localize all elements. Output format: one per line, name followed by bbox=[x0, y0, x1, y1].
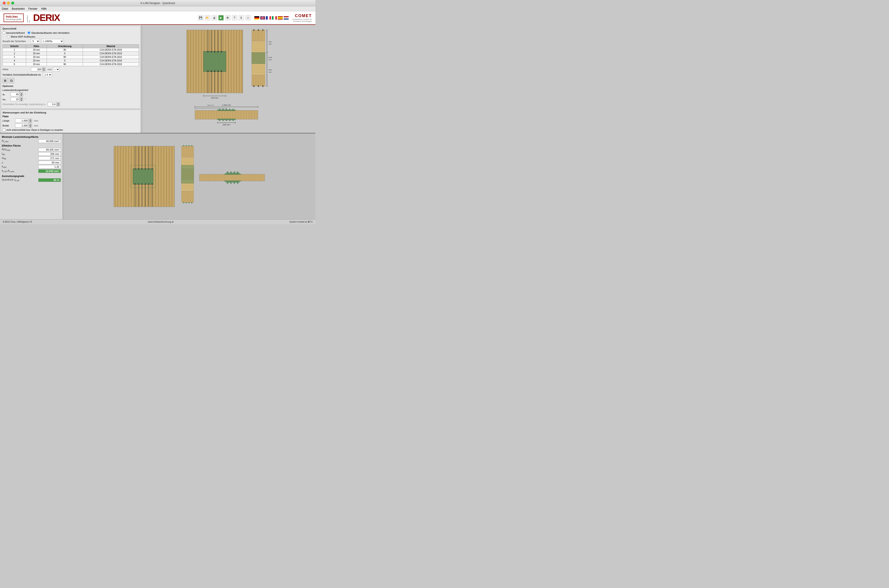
hoehenfaktor-btns[interactable]: ▲ ▼ bbox=[57, 102, 60, 106]
svg-rect-44 bbox=[203, 51, 226, 72]
info-icon[interactable]: ℹ bbox=[239, 15, 244, 21]
flag-es[interactable] bbox=[278, 16, 283, 20]
hf-down[interactable]: ▼ bbox=[57, 104, 60, 106]
flag-icons[interactable] bbox=[254, 16, 289, 20]
alpha0-down[interactable]: ▼ bbox=[20, 94, 23, 96]
maximize-button[interactable] bbox=[11, 2, 14, 4]
flag-gb[interactable] bbox=[260, 16, 265, 20]
kc90-ac-value: 52.659 mm² bbox=[38, 169, 61, 173]
anzahl-label: Anzahl der Schichten bbox=[3, 40, 30, 42]
breite-btns[interactable]: ▲ ▼ bbox=[29, 124, 32, 128]
alpha0-input[interactable] bbox=[11, 92, 20, 96]
profile-select[interactable]: L-100/5s bbox=[41, 39, 64, 44]
grid-btn-1[interactable]: ⊞ bbox=[3, 78, 8, 83]
holzbau-text: holz.bau bbox=[6, 15, 21, 18]
save-icon[interactable]: 💾 bbox=[198, 15, 203, 21]
flag-nl[interactable] bbox=[284, 16, 289, 20]
z-label: z bbox=[2, 161, 3, 164]
laenge-btns[interactable]: ▲ ▼ bbox=[29, 118, 32, 123]
comet-sub-text: Competence Centers forExcellent Technolo… bbox=[292, 18, 312, 22]
laenge-spinner[interactable]: ▲ ▼ bbox=[15, 118, 32, 123]
status-center: www.holzbauforschung.at bbox=[148, 220, 173, 223]
alpha90-up[interactable]: ▲ bbox=[20, 97, 23, 99]
menu-datei[interactable]: Datei bbox=[2, 7, 8, 10]
grid-buttons[interactable]: ⊞ ⊟ bbox=[3, 78, 139, 83]
settings-icon[interactable]: ⚙ bbox=[225, 15, 230, 21]
svg-marker-161 bbox=[222, 120, 224, 121]
hoehenfaktor-spinner[interactable]: ▲ ▼ bbox=[48, 102, 60, 106]
toolbar-icons[interactable]: 💾 📂 🖨 ▶ ⚙ ? ℹ □ bbox=[198, 15, 251, 21]
alpha90-down[interactable]: ▼ bbox=[20, 99, 23, 101]
az-max-row: A(z)max 69.325 mm² bbox=[2, 148, 61, 152]
hoehe-unit-select[interactable]: mm bbox=[53, 67, 60, 72]
alpha90-spinner[interactable]: ▲ ▼ bbox=[11, 97, 23, 101]
lastausbreitung-row: Lastausbreitungswinkel bbox=[3, 89, 139, 92]
close-button[interactable] bbox=[3, 2, 6, 4]
idis-label: ldis bbox=[2, 152, 5, 156]
wdis-label: wdis bbox=[2, 156, 6, 160]
alpha90-spinner-btns[interactable]: ▲ ▼ bbox=[20, 97, 23, 101]
menu-hilfe[interactable]: Hilfe bbox=[41, 7, 47, 10]
menu-fenster[interactable]: Fenster bbox=[29, 7, 38, 10]
radio-meine[interactable]: Meine BSP-Aufbauten bbox=[7, 35, 35, 38]
hf-up[interactable]: ▲ bbox=[57, 102, 60, 104]
kc90-row: kc90 1,32 bbox=[2, 165, 61, 169]
cross-section-svg: 200 mm 1.000 mm 500 mm bbox=[193, 104, 265, 126]
bottom-front-svg bbox=[113, 145, 176, 208]
open-icon[interactable]: 📂 bbox=[205, 15, 210, 21]
abmessungen-title: Abmessungen und Art der Einleitung bbox=[3, 111, 139, 114]
querdruck-row: Querdruck ηc,90 95 % bbox=[2, 178, 61, 182]
svg-marker-164 bbox=[232, 120, 234, 121]
svg-rect-203 bbox=[133, 169, 153, 184]
alpha0-spinner-btns[interactable]: ▲ ▼ bbox=[20, 92, 23, 96]
flag-fr[interactable] bbox=[266, 16, 271, 20]
svg-rect-18 bbox=[284, 18, 289, 20]
svg-rect-17 bbox=[284, 17, 289, 18]
alpha90-row: α₉₀ ▲ ▼ ° bbox=[3, 97, 139, 101]
anzahl-select[interactable]: 5 3 7 bbox=[31, 39, 40, 44]
bottom-viz-container bbox=[113, 145, 198, 208]
radio-standard[interactable]: Standardaufbauten des Herstellers bbox=[27, 31, 70, 34]
alpha90-unit: ° bbox=[25, 98, 26, 100]
help-icon[interactable]: ? bbox=[232, 15, 237, 21]
verhaeltnis-select[interactable]: 1:4 bbox=[43, 72, 52, 77]
flag-it[interactable] bbox=[272, 16, 277, 20]
svg-marker-156 bbox=[222, 108, 224, 110]
alpha0-up[interactable]: ▲ bbox=[20, 92, 23, 94]
alpha0-spinner[interactable]: ▲ ▼ bbox=[11, 92, 23, 96]
radio-benutzerdefiniert[interactable]: benutzerdefiniert bbox=[3, 31, 25, 34]
checkbox1[interactable] bbox=[3, 129, 5, 132]
logo-right: 💾 📂 🖨 ▶ ⚙ ? ℹ □ bbox=[198, 14, 312, 22]
extra-icon[interactable]: □ bbox=[245, 15, 251, 21]
window-controls[interactable] bbox=[3, 2, 14, 4]
svg-marker-267 bbox=[185, 202, 187, 204]
svg-rect-97 bbox=[252, 75, 265, 86]
svg-text:500 mm: 500 mm bbox=[208, 104, 214, 106]
hoehenfaktor-input[interactable] bbox=[48, 102, 57, 106]
grid-btn-2[interactable]: ⊟ bbox=[9, 78, 14, 83]
checkbox1-row[interactable]: nicht seitenverklebt bzw. Risse in Deckl… bbox=[3, 129, 139, 132]
hoehe-spinner[interactable]: ▲ ▼ bbox=[31, 67, 45, 71]
breite-input[interactable] bbox=[15, 124, 29, 128]
top-split: Querschnitt benutzerdefiniert Standardau… bbox=[0, 25, 315, 133]
flag-de[interactable] bbox=[254, 16, 259, 20]
hoehe-up[interactable]: ▲ bbox=[42, 67, 45, 69]
hoehe-down[interactable]: ▼ bbox=[42, 69, 45, 71]
play-icon[interactable]: ▶ bbox=[218, 15, 224, 21]
hoehe-spinner-btns[interactable]: ▲ ▼ bbox=[42, 67, 45, 71]
hoehe-input[interactable] bbox=[31, 67, 42, 71]
print-icon[interactable]: 🖨 bbox=[212, 15, 217, 21]
hoehenfaktor-label: Höhenfaktor für einseitige Lasteinleitun… bbox=[3, 103, 46, 106]
ac-min-value: 40.000 mm² bbox=[38, 140, 61, 143]
breite-spinner[interactable]: ▲ ▼ bbox=[15, 124, 32, 128]
optionen-subsection: Optionen Lastausbreitungswinkel α₀ ▲ ▼ bbox=[3, 85, 139, 106]
minimize-button[interactable] bbox=[7, 2, 10, 4]
svg-marker-155 bbox=[218, 108, 221, 110]
laenge-input[interactable] bbox=[15, 118, 29, 123]
alpha90-input[interactable] bbox=[11, 97, 20, 101]
table-row: 420 mm0C24-DERIX-ETA 2019 bbox=[3, 59, 139, 63]
svg-rect-78 bbox=[252, 41, 265, 52]
menu-bearbeiten[interactable]: Bearbeiten bbox=[12, 7, 25, 10]
wdis-row: wdis 271 mm bbox=[2, 156, 61, 160]
svg-rect-9 bbox=[268, 16, 269, 20]
